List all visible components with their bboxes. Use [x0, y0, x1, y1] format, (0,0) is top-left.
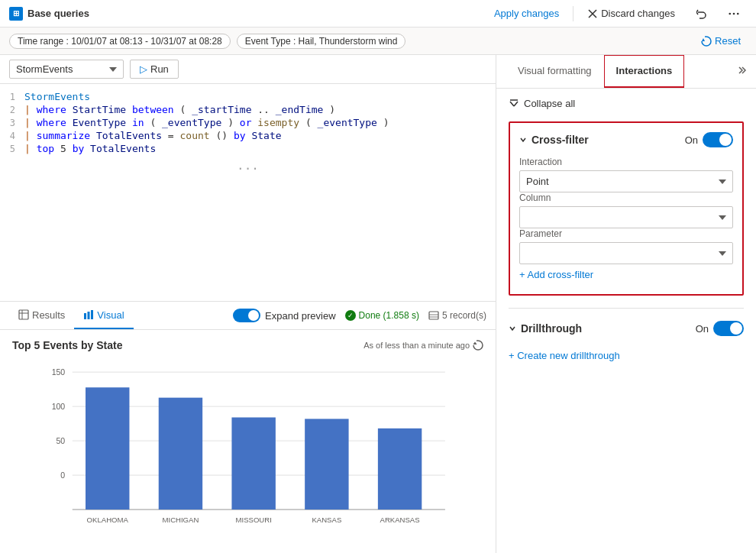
- drillthrough-toggle-switch[interactable]: [713, 321, 744, 336]
- reset-button[interactable]: Reset: [695, 32, 747, 50]
- section-divider: [509, 308, 744, 309]
- reset-icon: [701, 36, 712, 47]
- time-range-filter[interactable]: Time range : 10/01/07 at 08:13 - 10/31/0…: [9, 34, 231, 49]
- top-bar: ⊞ Base queries Apply changes Discard cha…: [0, 0, 756, 27]
- svg-rect-22: [86, 387, 129, 509]
- bottom-tabs: Results Visual Expand preview ✓ Done (1.…: [0, 301, 496, 330]
- svg-text:150: 150: [52, 367, 66, 377]
- records-icon: [428, 310, 439, 321]
- parameter-field: Parameter: [519, 228, 733, 264]
- svg-rect-8: [91, 310, 93, 319]
- code-line-4: 4 | summarize TotalEvents = count () by …: [0, 129, 496, 142]
- visual-icon: [83, 309, 94, 320]
- drillthrough-header: Drillthrough On: [509, 321, 744, 336]
- chevron-down-icon: [109, 67, 117, 72]
- svg-text:ARKANSAS: ARKANSAS: [380, 516, 420, 524]
- right-panel-content: Collapse all Cross-filter On: [496, 89, 756, 553]
- create-drillthrough-button[interactable]: + Create new drillthrough: [509, 345, 620, 366]
- interaction-select[interactable]: Point: [519, 170, 733, 192]
- chart-title-bar: Top 5 Events by State As of less than a …: [12, 339, 483, 351]
- cross-filter-section: Cross-filter On Interaction Point Column: [509, 121, 744, 296]
- event-type-filter[interactable]: Event Type : Hail, Thunderstorm wind: [237, 34, 406, 49]
- svg-text:MICHIGAN: MICHIGAN: [163, 516, 199, 524]
- expand-preview-toggle[interactable]: Expand preview: [233, 309, 336, 322]
- refresh-icon[interactable]: [473, 340, 483, 351]
- main-layout: StormEvents ▷ Run 1 StormEvents 2 |: [0, 55, 756, 553]
- svg-text:OKLAHOMA: OKLAHOMA: [87, 516, 129, 524]
- svg-line-32: [510, 102, 514, 106]
- collapse-all-row[interactable]: Collapse all: [509, 98, 744, 109]
- drillthrough-toggle[interactable]: On: [696, 321, 744, 336]
- query-toolbar: StormEvents ▷ Run: [0, 55, 496, 84]
- app-title: Base queries: [27, 8, 89, 19]
- undo-button[interactable]: [689, 5, 715, 22]
- column-label: Column: [519, 192, 733, 203]
- svg-point-0: [729, 12, 731, 15]
- apply-changes-button[interactable]: Apply changes: [486, 5, 567, 22]
- column-select[interactable]: [519, 206, 733, 228]
- svg-rect-24: [159, 398, 202, 509]
- code-editor[interactable]: 1 StormEvents 2 | where StartTime betwee…: [0, 84, 496, 301]
- drillthrough-section: Drillthrough On + Create new drillthroug…: [509, 321, 744, 366]
- svg-text:KANSAS: KANSAS: [312, 516, 341, 524]
- add-cross-filter-button[interactable]: + Add cross-filter: [519, 264, 593, 285]
- left-panel: StormEvents ▷ Run 1 StormEvents 2 |: [0, 55, 496, 553]
- records-count: 5 record(s): [428, 310, 486, 321]
- more-button[interactable]: [721, 5, 747, 22]
- logo-icon: ⊞: [9, 7, 23, 21]
- code-line-3: 3 | where EventType in ( _eventType ) or…: [0, 116, 496, 129]
- results-icon: [18, 309, 29, 320]
- tab-results[interactable]: Results: [9, 302, 74, 329]
- cross-filter-chevron[interactable]: [519, 134, 527, 146]
- svg-rect-3: [19, 310, 28, 319]
- cross-filter-title: Cross-filter: [531, 134, 685, 146]
- filter-bar: Time range : 10/01/07 at 08:13 - 10/31/0…: [0, 27, 756, 55]
- chart-area: Top 5 Events by State As of less than a …: [0, 330, 496, 553]
- right-panel-tabs: Visual formatting Interactions: [496, 55, 756, 89]
- parameter-label: Parameter: [519, 228, 733, 239]
- bar-chart: 150 100 50 0 OKLAHOMA MICHIGAN MISSOURI …: [12, 357, 483, 553]
- done-status: ✓ Done (1.858 s): [345, 310, 419, 321]
- svg-text:100: 100: [52, 402, 66, 411]
- run-button[interactable]: ▷ Run: [130, 60, 179, 79]
- play-icon: ▷: [140, 63, 147, 75]
- svg-text:0: 0: [60, 471, 65, 480]
- check-icon: ✓: [345, 310, 356, 321]
- svg-text:50: 50: [57, 436, 66, 445]
- undo-icon: [696, 8, 707, 19]
- dataset-select[interactable]: StormEvents: [9, 60, 124, 79]
- svg-rect-30: [378, 428, 422, 509]
- tab-visual-formatting[interactable]: Visual formatting: [506, 55, 604, 88]
- svg-line-33: [514, 102, 518, 106]
- tab-visual[interactable]: Visual: [74, 302, 133, 329]
- app-logo: ⊞ Base queries: [9, 7, 89, 21]
- svg-text:MISSOURI: MISSOURI: [236, 516, 272, 524]
- svg-rect-28: [305, 419, 348, 509]
- more-icon: [729, 8, 739, 19]
- drillthrough-title: Drillthrough: [521, 322, 696, 335]
- svg-rect-26: [231, 417, 275, 509]
- svg-rect-9: [429, 312, 438, 319]
- parameter-select[interactable]: [519, 242, 733, 264]
- interaction-field: Interaction Point: [519, 157, 733, 192]
- cross-filter-toggle-switch[interactable]: [703, 132, 733, 147]
- svg-rect-6: [84, 313, 86, 319]
- tab-interactions[interactable]: Interactions: [604, 55, 685, 88]
- svg-point-1: [733, 12, 735, 15]
- cross-filter-toggle[interactable]: On: [685, 132, 733, 147]
- interaction-label: Interaction: [519, 157, 733, 167]
- column-field: Column: [519, 192, 733, 228]
- chart-timestamp: As of less than a minute ago: [363, 340, 483, 351]
- discard-icon: [587, 8, 598, 19]
- code-ellipsis: ...: [0, 155, 496, 176]
- right-panel: Visual formatting Interactions Co: [496, 55, 756, 553]
- separator: [573, 6, 573, 21]
- code-line-1: 1 StormEvents: [0, 90, 496, 103]
- code-line-5: 5 | top 5 by TotalEvents: [0, 142, 496, 155]
- drillthrough-chevron[interactable]: [509, 323, 516, 335]
- more-tabs-button[interactable]: [735, 64, 747, 79]
- cross-filter-header: Cross-filter On: [519, 132, 733, 147]
- expand-toggle-switch[interactable]: [233, 309, 260, 322]
- discard-changes-button[interactable]: Discard changes: [580, 5, 683, 22]
- svg-rect-7: [88, 312, 90, 319]
